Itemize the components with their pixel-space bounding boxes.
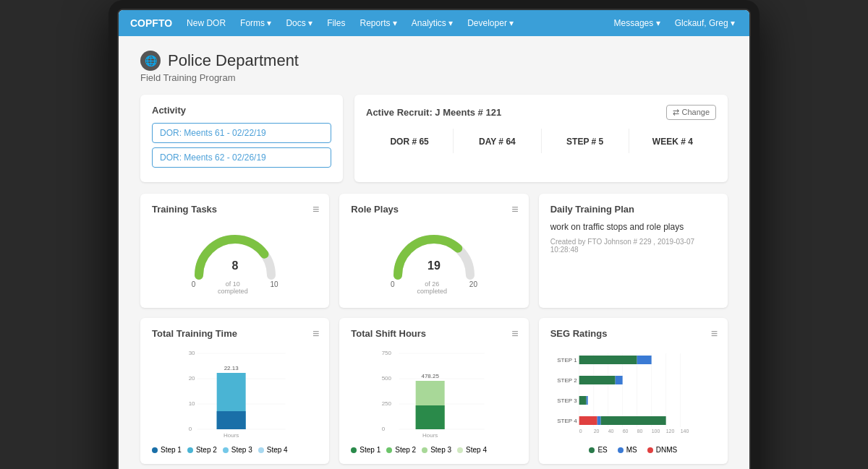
recruit-stats: DOR # 65 DAY # 64 STEP # 5 WEEK # 4	[366, 129, 716, 153]
nav-right-item[interactable]: Glckauf, Greg ▾	[672, 17, 738, 30]
change-button[interactable]: ⇄ Change	[666, 105, 716, 120]
stat-week: WEEK # 4	[629, 129, 716, 153]
shift-hours-title: Total Shift Hours	[351, 328, 516, 339]
charts-row-2: Total Training Time ≡ 30 20 10 0	[140, 318, 728, 464]
svg-text:40: 40	[608, 429, 613, 434]
nav-item[interactable]: Reports ▾	[357, 17, 399, 30]
svg-rect-51	[586, 396, 587, 405]
dor-item-1[interactable]: DOR: Meents 61 - 02/22/19	[152, 123, 331, 143]
svg-rect-50	[579, 396, 586, 405]
nav-item[interactable]: New DOR	[184, 17, 229, 30]
seg-legend-dnms: DNMS	[647, 446, 677, 454]
legend-step4: Step 4	[258, 446, 288, 454]
svg-text:STEP 2: STEP 2	[557, 377, 577, 384]
seg-ratings-menu[interactable]: ≡	[711, 328, 718, 340]
svg-text:STEP 4: STEP 4	[557, 418, 577, 424]
svg-text:Hours: Hours	[422, 432, 438, 439]
dor-item-2[interactable]: DOR: Meents 62 - 02/26/19	[152, 147, 331, 168]
gauge-labels-roleplays: 0 of 26completed 20	[391, 280, 477, 295]
svg-text:80: 80	[637, 429, 642, 434]
svg-text:0: 0	[579, 429, 582, 434]
training-tasks-gauge: 8 0 of 10completed 10	[152, 222, 318, 298]
page-title: Police Department	[168, 51, 299, 70]
svg-rect-49	[615, 376, 622, 384]
training-time-menu[interactable]: ≡	[312, 328, 319, 340]
stat-week-label: WEEK # 4	[652, 137, 693, 147]
seg-chart: STEP 1 STEP 2 STEP 3 STEP 4 0 20 40 60 8…	[550, 346, 716, 440]
legend-step2: Step 2	[187, 446, 217, 454]
svg-text:500: 500	[382, 375, 392, 382]
shift-hours-card: Total Shift Hours ≡ 750 500 250 0	[339, 318, 528, 464]
svg-rect-48	[579, 376, 615, 384]
training-tasks-gauge-svg: 8	[188, 225, 282, 279]
daily-training-card: Daily Training Plan work on traffic stop…	[539, 194, 728, 308]
role-plays-menu[interactable]: ≡	[511, 204, 518, 215]
nav-item[interactable]: Forms ▾	[237, 17, 274, 30]
seg-label-ms: MS	[626, 446, 637, 454]
svg-text:STEP 1: STEP 1	[557, 357, 577, 363]
shift-hours-svg: 750 500 250 0 478.25 Hour	[351, 346, 516, 440]
svg-text:10: 10	[189, 400, 195, 407]
screen: COPFTO New DORForms ▾Docs ▾FilesReports …	[117, 9, 751, 469]
training-tasks-title: Training Tasks	[152, 204, 318, 215]
shift-hours-legend: Step 1 Step 2 Step 3 Step 4	[351, 446, 516, 454]
gauge-completed-roleplays: of 26completed	[417, 280, 447, 295]
activity-card: Activity DOR: Meents 61 - 02/22/19 DOR: …	[140, 95, 343, 182]
svg-rect-47	[637, 356, 651, 364]
nav-items: New DORForms ▾Docs ▾FilesReports ▾Analyt…	[184, 17, 611, 30]
shift-legend-dot-step4	[457, 447, 463, 453]
shift-legend-label-step3: Step 3	[430, 446, 451, 454]
svg-text:0: 0	[189, 426, 192, 432]
legend-dot-step1	[152, 447, 158, 453]
svg-text:Hours: Hours	[224, 432, 239, 439]
nav-item[interactable]: Files	[324, 17, 348, 30]
training-tasks-menu[interactable]: ≡	[312, 204, 319, 215]
svg-text:20: 20	[593, 429, 599, 434]
svg-text:0: 0	[382, 426, 386, 432]
shift-legend-step1: Step 1	[351, 446, 380, 454]
shift-legend-dot-step1	[351, 447, 357, 453]
legend-dot-step3	[223, 447, 229, 453]
svg-text:19: 19	[427, 259, 441, 272]
nav-item[interactable]: Docs ▾	[283, 17, 315, 30]
laptop-frame: COPFTO New DORForms ▾Docs ▾FilesReports …	[109, 0, 760, 469]
legend-dot-step2	[187, 447, 193, 453]
shift-legend-label-step1: Step 1	[359, 446, 380, 454]
activity-heading: Activity	[152, 105, 331, 116]
shift-legend-label-step2: Step 2	[395, 446, 416, 454]
daily-training-created: Created by FTO Johnson # 229 , 2019-03-0…	[550, 238, 716, 254]
top-section: Activity DOR: Meents 61 - 02/22/19 DOR: …	[140, 95, 728, 182]
svg-text:120: 120	[665, 429, 674, 434]
nav-right-item[interactable]: Messages ▾	[611, 17, 663, 30]
svg-rect-54	[600, 416, 665, 425]
gauge-completed-tasks: of 10completed	[218, 280, 248, 295]
training-time-chart: 30 20 10 0	[152, 346, 318, 440]
seg-legend: ES MS DNMS	[550, 446, 716, 454]
training-time-title: Total Training Time	[152, 328, 318, 339]
globe-icon: 🌐	[140, 51, 161, 71]
training-tasks-card: Training Tasks ≡ 8 0 of	[140, 194, 329, 308]
brand-logo[interactable]: COPFTO	[130, 17, 172, 29]
nav-item[interactable]: Developer ▾	[464, 17, 516, 30]
seg-label-es: ES	[597, 446, 607, 454]
nav-item[interactable]: Analytics ▾	[409, 17, 456, 30]
svg-text:22.13: 22.13	[224, 365, 239, 371]
nav-right: Messages ▾Glckauf, Greg ▾	[611, 17, 738, 30]
stat-day-label: DAY # 64	[479, 137, 516, 147]
gauge-min-roleplays: 0	[391, 280, 395, 295]
page-subtitle: Field Training Program	[140, 72, 728, 83]
shift-legend-step2: Step 2	[386, 446, 416, 454]
shift-hours-menu[interactable]: ≡	[511, 328, 518, 340]
shift-legend-dot-step2	[386, 447, 392, 453]
svg-rect-53	[597, 416, 600, 425]
stat-dor-label: DOR # 65	[390, 137, 428, 147]
stat-day: DAY # 64	[454, 129, 541, 153]
legend-step1: Step 1	[152, 446, 182, 454]
daily-training-title: Daily Training Plan	[550, 204, 716, 215]
seg-legend-ms: MS	[618, 446, 637, 454]
role-plays-gauge-svg: 19	[387, 225, 481, 279]
charts-row-1: Training Tasks ≡ 8 0 of	[140, 194, 728, 308]
gauge-labels-tasks: 0 of 10completed 10	[192, 280, 278, 295]
gauge-min-tasks: 0	[192, 280, 196, 295]
gauge-max-roleplays: 20	[469, 280, 477, 295]
